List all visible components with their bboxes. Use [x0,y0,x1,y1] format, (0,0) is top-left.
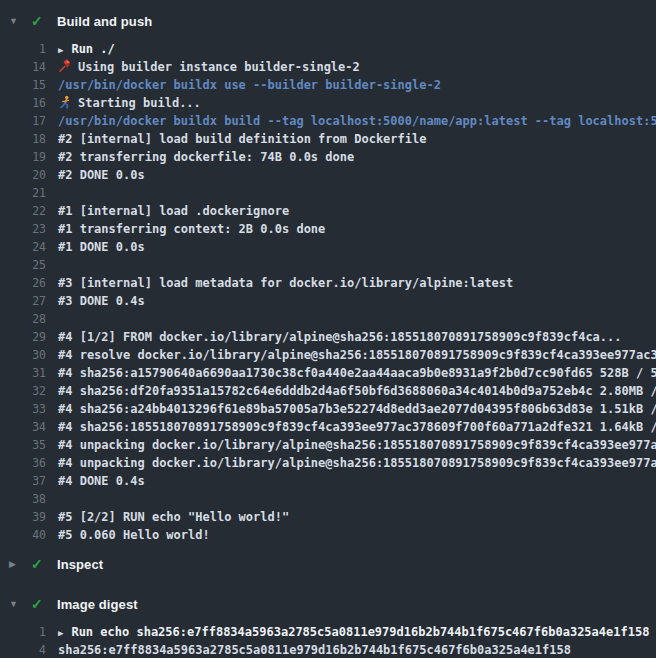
section-header-image-digest[interactable]: ▼✓Image digest [0,591,656,617]
chevron-down-icon[interactable]: ▼ [9,8,31,34]
line-number[interactable]: 20 [0,166,46,184]
log-text-value: #4 unpacking docker.io/library/alpine@sh… [58,438,656,452]
log-text-value: #2 DONE 0.0s [58,168,145,182]
log-line: 31#4 sha256:a15790640a6690aa1730c38cf0a4… [0,364,656,382]
section-header-inspect[interactable]: ▶✓Inspect [0,551,656,577]
log-line: 4sha256:e7ff8834a5963a2785c5a0811e979d16… [0,641,656,658]
log-command-text: /usr/bin/docker buildx use --builder bui… [58,76,441,94]
line-number[interactable]: 30 [0,346,46,364]
pushpin-icon [58,59,72,73]
log-text: #1 DONE 0.0s [58,238,145,256]
log-line: 19#2 transferring dockerfile: 74B 0.0s d… [0,148,656,166]
section-title: Image digest [57,597,138,612]
line-number[interactable]: 19 [0,148,46,166]
log-text: #5 0.060 Hello world! [58,526,210,544]
line-number[interactable]: 21 [0,184,46,202]
log-text-value: #2 transferring dockerfile: 74B 0.0s don… [58,150,354,164]
line-number[interactable]: 34 [0,418,46,436]
log-text: #4 unpacking docker.io/library/alpine@sh… [58,436,656,454]
line-number[interactable]: 28 [0,310,46,328]
log-run-text: ▶Run ./ [58,40,115,58]
log-text: #1 [internal] load .dockerignore [58,202,289,220]
log-text-value: #4 sha256:a15790640a6690aa1730c38cf0a440… [58,366,656,380]
log-text-value: #4 sha256:a24bb4013296f61e89ba57005a7b3e… [58,402,656,416]
log-viewer: ▼✓Build and push1▶Run ./14Using builder … [0,0,656,658]
line-number[interactable]: 16 [0,94,46,112]
log-text: #4 sha256:a15790640a6690aa1730c38cf0a440… [58,364,656,382]
log-line: 39#5 [2/2] RUN echo "Hello world!" [0,508,656,526]
line-number[interactable]: 24 [0,238,46,256]
log-line: 40#5 0.060 Hello world! [0,526,656,544]
log-text: Using builder instance builder-single-2 [58,58,360,76]
log-line: 37#4 DONE 0.4s [0,472,656,490]
log-block-build-and-push: 1▶Run ./14Using builder instance builder… [0,34,656,551]
check-icon: ✓ [31,596,57,612]
log-text: #3 DONE 0.4s [58,292,145,310]
log-text: #3 [internal] load metadata for docker.i… [58,274,513,292]
line-number[interactable]: 26 [0,274,46,292]
log-text-value: #4 sha256:185518070891758909c9f839cf4ca3… [58,420,656,434]
section-title: Inspect [57,557,103,572]
log-text: #2 [internal] load build definition from… [58,130,426,148]
section-header-build-and-push[interactable]: ▼✓Build and push [0,8,656,34]
log-line: 16Starting build... [0,94,656,112]
line-number[interactable]: 29 [0,328,46,346]
line-number[interactable]: 39 [0,508,46,526]
section-title: Build and push [57,14,152,29]
log-run-text: ▶Run echo sha256:e7ff8834a5963a2785c5a08… [58,623,649,641]
log-text-value: Run ./ [71,42,114,56]
line-number[interactable]: 32 [0,382,46,400]
line-number[interactable]: 38 [0,490,46,508]
log-text-value: #4 DONE 0.4s [58,474,145,488]
log-text-value: #4 [1/2] FROM docker.io/library/alpine@s… [58,330,622,344]
log-text-value: Run echo sha256:e7ff8834a5963a2785c5a081… [71,625,649,639]
log-line: 15/usr/bin/docker buildx use --builder b… [0,76,656,94]
log-text: #2 transferring dockerfile: 74B 0.0s don… [58,148,354,166]
log-text: #4 [1/2] FROM docker.io/library/alpine@s… [58,328,622,346]
log-text-value: #2 [internal] load build definition from… [58,132,426,146]
log-line: 30#4 resolve docker.io/library/alpine@sh… [0,346,656,364]
line-number[interactable]: 14 [0,58,46,76]
log-text-value: #1 [internal] load .dockerignore [58,204,289,218]
log-text-value: sha256:e7ff8834a5963a2785c5a0811e979d16b… [58,643,571,657]
line-number[interactable]: 17 [0,112,46,130]
log-line: 26#3 [internal] load metadata for docker… [0,274,656,292]
log-text-value: #5 0.060 Hello world! [58,528,210,542]
log-text: #4 resolve docker.io/library/alpine@sha2… [58,346,656,364]
line-number[interactable]: 15 [0,76,46,94]
log-text: #2 DONE 0.0s [58,166,145,184]
log-line: 36#4 unpacking docker.io/library/alpine@… [0,454,656,472]
line-number[interactable]: 23 [0,220,46,238]
line-number[interactable]: 33 [0,400,46,418]
log-text-value: #4 sha256:df20fa9351a15782c64e6dddb2d4a6… [58,384,656,398]
line-number[interactable]: 31 [0,364,46,382]
log-text-value: /usr/bin/docker buildx use --builder bui… [58,78,441,92]
play-triangle-icon[interactable]: ▶ [58,41,63,58]
line-number[interactable]: 22 [0,202,46,220]
line-number[interactable]: 36 [0,454,46,472]
line-number[interactable]: 4 [0,641,46,658]
check-icon: ✓ [31,13,57,29]
log-text-value: /usr/bin/docker buildx build --tag local… [58,114,656,128]
line-number[interactable]: 37 [0,472,46,490]
line-number[interactable]: 1 [0,40,46,58]
log-text-value: Using builder instance builder-single-2 [78,60,360,74]
log-line: 34#4 sha256:185518070891758909c9f839cf4c… [0,418,656,436]
log-line: 25 [0,256,656,274]
line-number[interactable]: 1 [0,623,46,641]
log-line: 14Using builder instance builder-single-… [0,58,656,76]
line-number[interactable]: 40 [0,526,46,544]
line-number[interactable]: 18 [0,130,46,148]
log-text: sha256:e7ff8834a5963a2785c5a0811e979d16b… [58,641,571,658]
line-number[interactable]: 35 [0,436,46,454]
chevron-right-icon[interactable]: ▶ [9,551,31,577]
line-number[interactable]: 27 [0,292,46,310]
runner-icon [58,95,72,109]
log-line: 23#1 transferring context: 2B 0.0s done [0,220,656,238]
log-text: #4 sha256:a24bb4013296f61e89ba57005a7b3e… [58,400,656,418]
log-line: 1▶Run ./ [0,40,656,58]
play-triangle-icon[interactable]: ▶ [58,624,63,641]
chevron-down-icon[interactable]: ▼ [9,591,31,617]
line-number[interactable]: 25 [0,256,46,274]
log-text-value: #3 [internal] load metadata for docker.i… [58,276,513,290]
